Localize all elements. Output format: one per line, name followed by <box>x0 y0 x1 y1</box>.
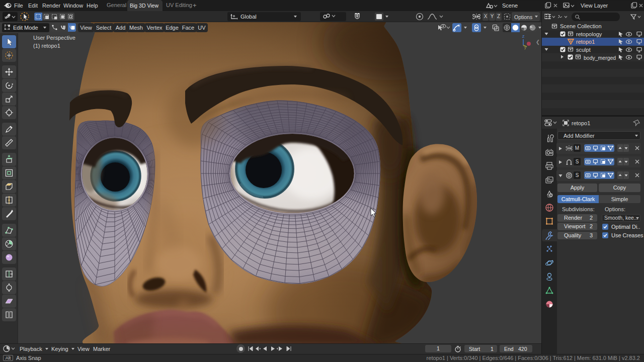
svg-text:User Perspective: User Perspective <box>33 35 75 41</box>
svg-text:y: y <box>524 46 526 50</box>
svg-text:Z: Z <box>522 34 525 39</box>
svg-text:(1) retopo1: (1) retopo1 <box>33 43 60 49</box>
svg-text:❮: ❮ <box>536 39 540 45</box>
